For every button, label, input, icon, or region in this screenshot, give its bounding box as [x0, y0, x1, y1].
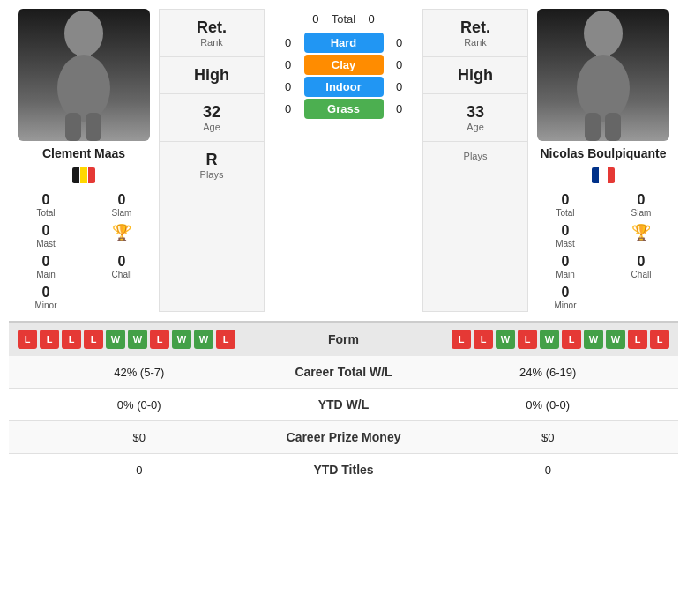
player1-name: Clement Maas [42, 146, 125, 160]
player2-rank-box: Ret. Rank [423, 10, 527, 57]
player2-minor: 0 Minor [528, 283, 602, 312]
player2-mast: 0 Mast [528, 221, 602, 250]
form-badge-w: W [194, 330, 213, 349]
form-badge-w: W [584, 330, 603, 349]
trophy-icon-p2: 🏆 [631, 223, 651, 242]
svg-rect-3 [65, 113, 81, 141]
svg-rect-8 [585, 113, 601, 141]
grass-badge: Grass [304, 99, 384, 119]
form-badge-w: W [606, 330, 625, 349]
form-badge-w: W [496, 330, 515, 349]
player1-high-box: High [160, 57, 264, 94]
players-section: Clement Maas 0 Total 0 Slam 0 Mast [9, 9, 678, 312]
svg-point-5 [584, 11, 623, 56]
player2-chall: 0 Chall [604, 252, 678, 281]
main-container: Clement Maas 0 Total 0 Slam 0 Mast [0, 0, 687, 495]
total-row: 0 Total 0 [270, 9, 417, 29]
svg-point-7 [577, 55, 630, 122]
svg-rect-9 [605, 113, 621, 141]
prize-row: $0 Career Prize Money $0 [9, 421, 678, 454]
player2-info-panel: Ret. Rank High 33 Age Plays [422, 9, 528, 312]
form-badge-l: L [452, 330, 471, 349]
player1-rank-box: Ret. Rank [160, 10, 264, 57]
form-badge-l: L [562, 330, 581, 349]
player2-age-box: 33 Age [423, 94, 527, 142]
player1-flag [72, 167, 95, 183]
form-label: Form [328, 332, 359, 346]
player2-flag [592, 167, 615, 183]
player1-plays-box: R Plays [160, 142, 264, 189]
player2-plays-box: Plays [423, 142, 527, 170]
form-badge-w: W [540, 330, 559, 349]
player2-total: 0 Total [528, 190, 602, 219]
player1-form: LLLLWWLWWL [18, 330, 235, 349]
form-badge-l: L [18, 330, 37, 349]
player1-stats: 0 Total 0 Slam 0 Mast 🏆 0 Main [9, 190, 159, 312]
svg-point-0 [64, 11, 103, 56]
form-badge-l: L [474, 330, 493, 349]
svg-point-2 [57, 55, 110, 122]
player1-total: 0 Total [9, 190, 83, 219]
trophy-icon-p1: 🏆 [112, 223, 131, 242]
form-badge-l: L [150, 330, 169, 349]
stats-table: 42% (5-7) Career Total W/L 24% (6-19) 0%… [9, 356, 678, 486]
player1-mast: 0 Mast [9, 221, 83, 250]
surface-indoor-row: 0 Indoor 0 [270, 77, 417, 97]
player1-main: 0 Main [9, 252, 83, 281]
form-badge-w: W [106, 330, 125, 349]
form-badge-l: L [628, 330, 647, 349]
form-badge-w: W [172, 330, 191, 349]
form-badge-l: L [650, 330, 669, 349]
player1-slam: 0 Slam [85, 190, 159, 219]
form-badge-l: L [40, 330, 59, 349]
player1-card: Clement Maas 0 Total 0 Slam 0 Mast [9, 9, 159, 312]
player1-avatar [18, 9, 150, 141]
player2-stats: 0 Total 0 Slam 0 Mast 🏆 0 Main [528, 190, 678, 312]
surface-clay-row: 0 Clay 0 [270, 55, 417, 75]
player2-slam: 0 Slam [604, 190, 678, 219]
surface-hard-row: 0 Hard 0 [270, 33, 417, 53]
player1-minor: 0 Minor [9, 283, 83, 312]
player1-age-box: 32 Age [160, 94, 264, 142]
player1-chall: 0 Chall [85, 252, 159, 281]
player2-main: 0 Main [528, 252, 602, 281]
player2-name: Nicolas Boulpiquante [540, 146, 666, 160]
clay-badge: Clay [304, 55, 384, 75]
ytd-wl-row: 0% (0-0) YTD W/L 0% (0-0) [9, 389, 678, 421]
form-badge-l: L [84, 330, 103, 349]
player2-card: Nicolas Boulpiquante 0 Total 0 Slam 0 Ma… [528, 9, 678, 312]
indoor-badge: Indoor [304, 77, 384, 97]
surface-rows: 0 Hard 0 0 Clay 0 0 Indoor 0 0 Grass [270, 33, 417, 119]
career-wl-row: 42% (5-7) Career Total W/L 24% (6-19) [9, 356, 678, 389]
player1-trophy: 🏆 [85, 221, 159, 250]
player1-info-panel: Ret. Rank High 32 Age R Plays [159, 9, 265, 312]
player2-high-box: High [423, 57, 527, 94]
form-badge-l: L [216, 330, 235, 349]
form-badge-l: L [62, 330, 81, 349]
player2-form: LLWLWLWWLL [452, 330, 669, 349]
svg-rect-4 [86, 113, 101, 141]
form-badge-l: L [518, 330, 537, 349]
center-panel: 0 Total 0 0 Hard 0 0 Clay 0 0 Indoor [265, 9, 422, 312]
player2-trophy: 🏆 [604, 221, 678, 250]
form-badge-w: W [128, 330, 147, 349]
form-section: LLLLWWLWWL Form LLWLWLWWLL [9, 321, 678, 356]
surface-grass-row: 0 Grass 0 [270, 99, 417, 119]
player2-avatar [537, 9, 669, 141]
hard-badge: Hard [304, 33, 384, 53]
ytd-titles-row: 0 YTD Titles 0 [9, 454, 678, 486]
